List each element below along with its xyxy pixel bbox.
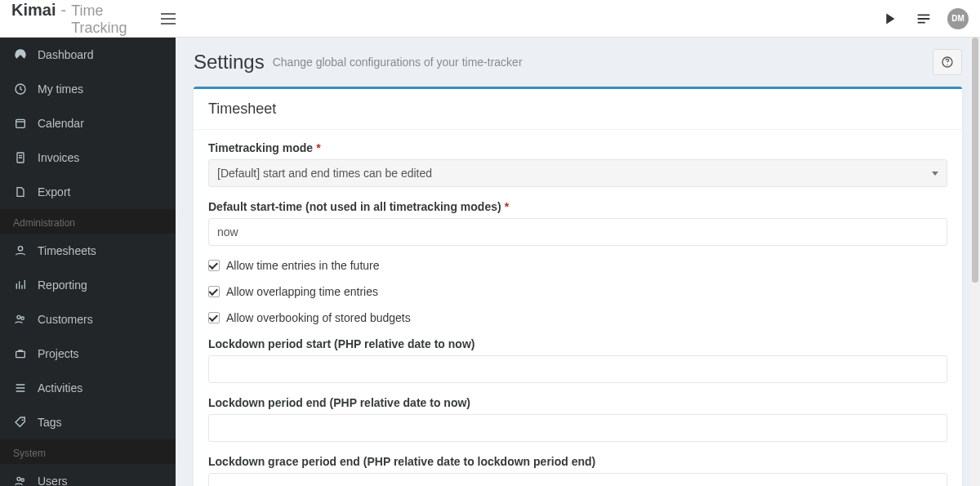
users-icon (13, 312, 28, 327)
svg-point-5 (21, 317, 24, 319)
calendar-icon (13, 116, 28, 131)
sidebar-item-label: Reporting (38, 279, 87, 292)
sidebar-item-my-times[interactable]: My times (0, 72, 176, 106)
sidebar-item-label: Tags (38, 416, 62, 429)
sidebar-item-calendar[interactable]: Calendar (0, 106, 176, 140)
list-icon (915, 10, 933, 28)
app-header: Kimai - Time Tracking DM (0, 0, 980, 38)
scrollbar-thumb[interactable] (972, 38, 978, 283)
user-avatar[interactable]: DM (947, 8, 969, 29)
sidebar-item-label: Users (38, 475, 68, 486)
allow-future-checkbox[interactable] (208, 260, 220, 271)
panel-title: Timesheet (208, 100, 276, 117)
lockdown-start-label: Lockdown period start (PHP relative date… (208, 337, 947, 350)
allow-overlap-checkbox[interactable] (208, 286, 220, 297)
brand-separator: - (60, 1, 66, 20)
allow-overlap-label: Allow overlapping time entries (226, 285, 378, 298)
start-timer-button[interactable] (879, 8, 900, 29)
settings-panel-timesheet: Timesheet Timetracking mode * [Default] … (194, 87, 962, 486)
label-text: Timetracking mode (208, 141, 313, 154)
page-title: Settings (194, 51, 265, 74)
field-allow-overbook: Allow overbooking of stored budgets (208, 311, 947, 324)
sidebar-item-label: Invoices (38, 151, 79, 164)
sidebar-item-label: Dashboard (38, 48, 94, 61)
field-allow-overlap: Allow overlapping time entries (208, 285, 947, 298)
question-icon (941, 56, 954, 69)
default-start-input[interactable] (208, 218, 947, 246)
svg-point-4 (17, 315, 20, 319)
lockdown-start-input[interactable] (208, 355, 947, 383)
label-text: Default start-time (not used in all time… (208, 200, 501, 213)
default-start-label: Default start-time (not used in all time… (208, 200, 947, 213)
svg-point-7 (22, 419, 24, 421)
tasks-icon (13, 381, 28, 395)
recent-list-button[interactable] (913, 8, 934, 29)
briefcase-icon (13, 346, 28, 361)
sidebar-item-projects[interactable]: Projects (0, 337, 176, 371)
export-icon (13, 185, 28, 199)
lockdown-end-label: Lockdown period end (PHP relative date t… (208, 396, 947, 409)
chart-icon (13, 278, 28, 292)
sidebar-item-tags[interactable]: Tags (0, 405, 176, 439)
field-allow-future: Allow time entries in the future (208, 259, 947, 272)
panel-body: Timetracking mode * [Default] start and … (194, 130, 962, 486)
panel-header: Timesheet (194, 89, 962, 130)
allow-overbook-checkbox[interactable] (208, 312, 220, 323)
invoice-icon (13, 150, 28, 165)
brand-main: Kimai (11, 1, 56, 20)
sidebar-item-label: Activities (38, 381, 82, 395)
sidebar: Dashboard My times Calendar Invoices Exp… (0, 38, 176, 486)
help-button[interactable] (933, 49, 962, 75)
required-asterisk: * (316, 141, 320, 154)
user-icon (13, 243, 28, 258)
sidebar-item-label: Timesheets (38, 244, 96, 257)
sidebar-item-label: My times (38, 82, 83, 96)
sidebar-item-timesheets[interactable]: Timesheets (0, 234, 176, 268)
svg-point-9 (21, 479, 24, 481)
sidebar-toggle-button[interactable] (161, 13, 176, 25)
sidebar-item-label: Export (38, 185, 70, 198)
lockdown-grace-label: Lockdown grace period end (PHP relative … (208, 455, 947, 468)
clock-icon (13, 82, 28, 96)
lockdown-end-input[interactable] (208, 414, 947, 442)
timetracking-mode-label: Timetracking mode * (208, 141, 947, 154)
field-lockdown-grace: Lockdown grace period end (PHP relative … (208, 455, 947, 486)
svg-point-11 (947, 65, 947, 65)
allow-future-label: Allow time entries in the future (226, 259, 380, 272)
field-default-start-time: Default start-time (not used in all time… (208, 200, 947, 246)
header-right: DM (879, 8, 969, 29)
brand-sub: Time Tracking (71, 2, 161, 37)
field-lockdown-end: Lockdown period end (PHP relative date t… (208, 396, 947, 442)
main-content: Settings Change global configurations of… (176, 38, 980, 486)
sidebar-item-export[interactable]: Export (0, 175, 176, 209)
sidebar-item-reporting[interactable]: Reporting (0, 268, 176, 302)
timetracking-mode-select[interactable]: [Default] start and end times can be edi… (208, 159, 947, 187)
sidebar-item-users[interactable]: Users (0, 464, 176, 486)
required-asterisk: * (505, 200, 509, 213)
sidebar-item-activities[interactable]: Activities (0, 371, 176, 405)
sidebar-item-invoices[interactable]: Invoices (0, 140, 176, 175)
main-scrollbar[interactable] (970, 38, 980, 486)
svg-point-3 (18, 247, 22, 251)
svg-rect-1 (16, 119, 25, 127)
page-subtitle: Change global configurations of your tim… (273, 56, 523, 69)
page-header: Settings Change global configurations of… (176, 38, 980, 87)
dashboard-icon (13, 47, 28, 62)
tag-icon (13, 415, 28, 430)
sidebar-item-customers[interactable]: Customers (0, 302, 176, 337)
brand: Kimai - Time Tracking (11, 1, 161, 37)
select-value: [Default] start and end times can be edi… (217, 167, 432, 180)
allow-overbook-label: Allow overbooking of stored budgets (226, 311, 411, 324)
chevron-down-icon (932, 172, 938, 176)
field-lockdown-start: Lockdown period start (PHP relative date… (208, 337, 947, 383)
field-timetracking-mode: Timetracking mode * [Default] start and … (208, 141, 947, 187)
svg-point-8 (17, 477, 20, 480)
lockdown-grace-input[interactable] (208, 473, 947, 486)
sidebar-item-label: Calendar (38, 117, 84, 130)
play-icon (880, 10, 898, 28)
sidebar-item-dashboard[interactable]: Dashboard (0, 38, 176, 72)
svg-rect-6 (16, 351, 25, 357)
users-icon (13, 474, 28, 486)
header-left: Kimai - Time Tracking (11, 1, 187, 37)
sidebar-section-system: System (0, 439, 176, 464)
